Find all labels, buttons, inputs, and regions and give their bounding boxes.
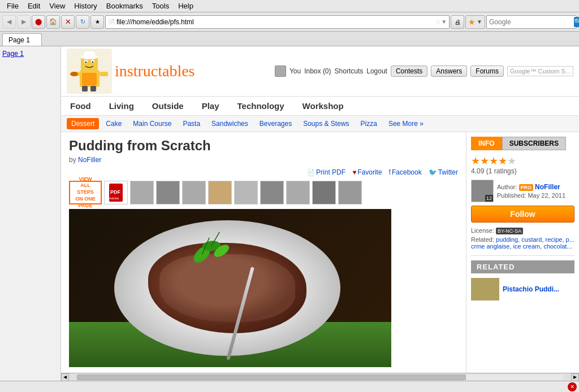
scroll-left-button[interactable]: ◀ [61,373,69,381]
thumb-1[interactable] [130,181,154,204]
nav-food[interactable]: Food [61,97,100,115]
header-logout-link[interactable]: Logout [366,67,387,75]
main-article-image: 1 [69,209,391,367]
scroll-track [77,374,563,380]
dropdown-arrow-icon[interactable]: ▼ [441,19,447,25]
answers-button[interactable]: Answers [431,66,467,77]
subnav-dessert[interactable]: Dessert [67,118,99,129]
star-rating: ★★★★★ [471,155,574,167]
nav-play[interactable]: Play [193,97,228,115]
subnav-pasta[interactable]: Pasta [178,118,205,129]
forums-button[interactable]: Forums [470,66,504,77]
published-date: Published: May 22, 2011 [497,192,565,199]
bookmark-button[interactable]: ★ [90,15,104,29]
google-search-small[interactable]: Google™ Custom S... [507,66,573,76]
facebook-link[interactable]: f Facebook [389,168,422,176]
logo-text: instructables [112,62,195,80]
nav-workshop[interactable]: Workshop [293,97,353,115]
search-input[interactable] [489,18,574,26]
search-bar: 🔍 [486,15,577,29]
menu-help[interactable]: Help [174,1,198,11]
thumb-2[interactable] [156,181,180,204]
browser-tab-page1[interactable]: Page 1 [2,33,42,46]
subnav-soupsandstews[interactable]: Soups & Stews [299,118,353,129]
menu-tools[interactable]: Tools [148,1,174,11]
search-go-button[interactable]: 🔍 [574,17,579,27]
author-thumbnail: 12 [471,180,494,202]
bookmark-star-icon[interactable]: ☆ [435,18,441,26]
header-shortcuts-link[interactable]: Shortcuts [335,67,364,75]
svg-point-12 [70,72,78,76]
subnav-beverages[interactable]: Beverages [255,118,296,129]
author-num-badge: 12 [485,195,493,202]
contests-button[interactable]: Contests [391,66,427,77]
thumb-8[interactable] [312,181,336,204]
article-actions: 📄 Print PDF ♥ Favorite f Facebook 🐦 [69,168,458,176]
reload-button[interactable]: ↻ [76,15,89,29]
author-row: 12 Author: PRO NoFiller Published: May 2… [471,180,574,202]
header-inbox-link[interactable]: Inbox (0) [304,67,331,75]
thumbnails-row: VIEW ALL STEPS ON ONE PAGE PDF Adobe [69,181,458,204]
bookmark-dropdown[interactable]: ▼ [477,19,482,25]
svg-text:Adobe: Adobe [109,197,119,200]
related-item-title[interactable]: Pistachio Puddi... [503,285,559,293]
cc-license-badge: BY-NC-SA [496,228,523,234]
logo-robot [67,49,112,94]
scroll-thumb[interactable] [77,374,466,380]
svg-rect-10 [82,86,88,92]
forward-button[interactable]: ▶ [17,15,31,29]
menu-bar: File Edit View History Bookmarks Tools H… [0,0,579,12]
scroll-right-button[interactable]: ▶ [571,373,579,381]
close-button[interactable]: ✕ [61,15,75,29]
favorite-link[interactable]: ♥ Favorite [352,168,382,176]
back-button[interactable]: ◀ [2,15,16,29]
related-item-1[interactable]: Pistachio Puddi... [471,278,574,300]
thumb-5[interactable] [234,181,258,204]
subnav-pizza[interactable]: Pizza [356,118,382,129]
thumb-3[interactable] [182,181,206,204]
address-input[interactable] [116,18,434,26]
thumb-6[interactable] [260,181,284,204]
page-icon: 📄 [108,19,115,25]
subnav-seemore[interactable]: See More » [384,118,428,129]
header-you-link[interactable]: You [290,67,301,75]
twitter-link[interactable]: 🐦 Twitter [429,168,458,176]
print-button[interactable]: 🖨 [451,15,464,29]
print-pdf-link[interactable]: 📄 Print PDF [307,168,345,176]
menu-history[interactable]: History [70,1,101,11]
nav-technology[interactable]: Technology [228,97,293,115]
nav-living[interactable]: Living [100,97,143,115]
subnav-maincourse[interactable]: Main Course [128,118,176,129]
menu-edit[interactable]: Edit [23,1,45,11]
menu-file[interactable]: File [2,1,23,11]
menu-view[interactable]: View [45,1,70,11]
follow-button[interactable]: Follow [471,206,574,223]
author-name[interactable]: NoFiller [535,183,560,191]
thumb-9[interactable] [338,181,362,204]
subnav-sandwiches[interactable]: Sandwiches [207,118,253,129]
sub-nav-bar: Dessert Cake Main Course Pasta Sandwiche… [61,116,579,132]
article-main: Pudding from Scratch by NoFiller 📄 Print… [61,132,466,373]
pdf-download-button[interactable]: PDF Adobe [104,181,128,204]
pdf-icon: 📄 [307,169,315,176]
info-tabs: INFO SUBSCRIBERS [471,137,574,150]
license-row: License: BY-NC-SA [471,227,574,234]
related-item-thumbnail [471,278,499,300]
view-all-button[interactable]: VIEW ALL STEPS ON ONE PAGE [69,181,102,204]
related-tags: Related: pudding, custard, recipe, p... … [471,236,574,250]
thumb-7[interactable] [286,181,310,204]
logo-area: instructables [67,49,195,94]
pro-badge: PRO [519,184,534,191]
subnav-cake[interactable]: Cake [101,118,126,129]
menu-bookmarks[interactable]: Bookmarks [102,1,148,11]
sidebar-page1-link[interactable]: Page 1 [2,49,58,59]
info-tab-info[interactable]: INFO [471,137,502,150]
home-button[interactable]: 🏠 [46,15,60,29]
thumb-4[interactable] [208,181,232,204]
author-link[interactable]: NoFiller [78,156,101,164]
address-bar: 📄 ☆ ▼ [105,15,450,29]
info-tab-subscribers[interactable]: SUBSCRIBERS [502,137,566,150]
security-icon[interactable]: ✕ [568,382,577,391]
nav-outside[interactable]: Outside [143,97,193,115]
stop-button[interactable]: ⬤ [32,15,45,29]
